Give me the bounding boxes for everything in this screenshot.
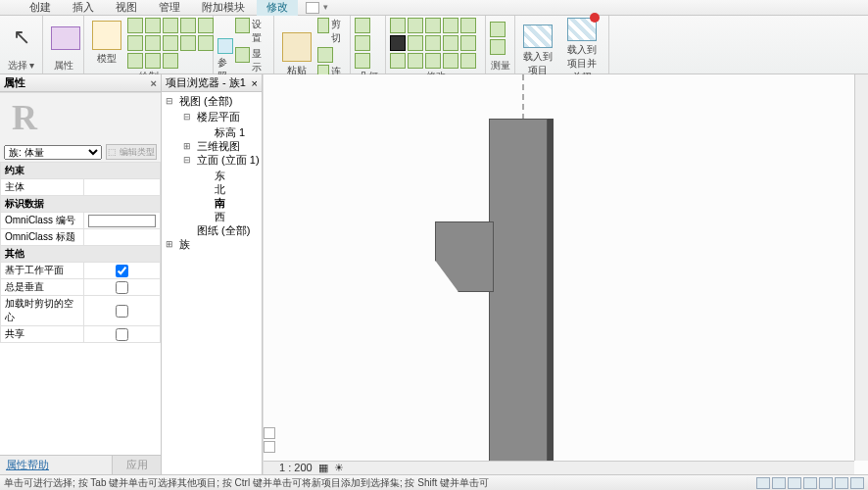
copy-icon[interactable] [317, 47, 333, 63]
draw-icon[interactable] [145, 53, 161, 69]
select-dropdown[interactable]: 选择 ▾ [8, 58, 35, 74]
table-row[interactable]: OmniClass 标题 [1, 229, 161, 246]
mod-icon[interactable] [460, 53, 476, 69]
table-row[interactable]: 总是垂直 [1, 279, 161, 296]
status-icon[interactable] [788, 477, 801, 489]
model-geometry[interactable] [489, 119, 548, 471]
model-geometry[interactable] [548, 119, 554, 471]
family-type-select[interactable]: 族: 体量 [4, 145, 102, 160]
paste-button[interactable]: 粘贴 [278, 32, 315, 77]
tree-elevations[interactable]: 立面 (立面 1) 东 北 南 西 [183, 153, 262, 223]
properties-help-link[interactable]: 属性帮助 [0, 456, 112, 474]
status-icon[interactable] [835, 477, 848, 489]
tree-floor-plans[interactable]: 楼层平面 标高 1 [183, 110, 262, 139]
tree-families[interactable]: 族 [166, 237, 262, 251]
dim-icon[interactable] [490, 39, 506, 55]
mod-icon[interactable] [408, 53, 423, 69]
mod-icon[interactable] [460, 35, 476, 51]
model-geometry[interactable] [435, 221, 494, 292]
tree-item[interactable]: 标高 1 [201, 125, 262, 139]
mod-icon[interactable] [390, 18, 406, 33]
table-row[interactable]: 主体 [1, 179, 161, 196]
view-control-icon[interactable] [264, 441, 275, 453]
cursor-icon[interactable]: ↖ [13, 24, 30, 50]
menu-view[interactable]: 视图 [106, 0, 147, 16]
close-icon[interactable]: × [252, 77, 258, 89]
circle-icon[interactable] [180, 18, 196, 33]
geom-icon[interactable] [355, 18, 370, 33]
move-icon[interactable] [390, 35, 406, 51]
set-icon[interactable] [235, 18, 250, 33]
scrollbar-horizontal[interactable]: 1 : 200▦☀ [264, 461, 854, 474]
scrollbar-vertical[interactable] [854, 74, 868, 461]
geom-icon[interactable] [355, 35, 370, 51]
tree-item-active[interactable]: 南 [201, 196, 262, 210]
menu-create[interactable]: 创建 [20, 0, 61, 16]
status-icon[interactable] [772, 477, 786, 489]
draw-icon[interactable] [198, 35, 214, 51]
table-row[interactable]: 基于工作平面 [1, 263, 161, 279]
tree-item[interactable]: 东 [201, 169, 262, 182]
tree-item[interactable]: 北 [201, 182, 262, 196]
poly-icon[interactable] [163, 18, 178, 33]
draw-icon[interactable] [145, 35, 161, 51]
tree-views[interactable]: 视图 (全部) 楼层平面 标高 1 三维视图 立面 (立面 1) 东 北 南 西 [166, 94, 262, 237]
mod-icon[interactable] [425, 18, 441, 33]
close-icon[interactable]: × [151, 77, 157, 89]
view-control-icon[interactable] [264, 427, 275, 439]
mod-icon[interactable] [390, 53, 406, 69]
mod-icon[interactable] [425, 53, 441, 69]
shared-checkbox[interactable] [116, 328, 128, 341]
mod-icon[interactable] [443, 18, 458, 33]
properties-button[interactable] [47, 26, 84, 50]
workplane-based-checkbox[interactable] [116, 265, 128, 277]
menu-insert[interactable]: 插入 [63, 0, 104, 16]
cut-voids-checkbox[interactable] [116, 305, 128, 318]
table-row[interactable]: 加载时剪切的空心 [1, 296, 161, 326]
mod-icon[interactable] [443, 53, 458, 69]
draw-icon[interactable] [163, 53, 178, 69]
drawing-canvas[interactable]: 1 : 200▦☀ [263, 74, 868, 474]
status-icon[interactable] [819, 477, 833, 489]
table-row[interactable]: OmniClass 编号 [1, 213, 161, 229]
host-field[interactable] [88, 182, 156, 193]
model-button[interactable]: 模型 [88, 21, 125, 66]
status-icon[interactable] [803, 477, 817, 489]
menu-addins[interactable]: 附加模块 [192, 0, 255, 16]
mod-icon[interactable] [460, 18, 476, 33]
view-control-icon[interactable]: ▦ [318, 462, 328, 474]
geom-icon[interactable] [355, 53, 370, 69]
cut-icon[interactable] [317, 18, 329, 33]
qat-icon[interactable] [306, 2, 319, 14]
qat-dropdown-icon[interactable]: ▾ [323, 2, 328, 14]
menu-modify[interactable]: 修改 [257, 0, 298, 16]
draw-icon[interactable] [163, 35, 178, 51]
view-control-icon[interactable]: ☀ [334, 462, 344, 474]
status-icon[interactable] [850, 477, 864, 489]
show-icon[interactable] [235, 47, 250, 63]
rect-icon[interactable] [145, 18, 161, 33]
tree-sheets[interactable]: 图纸 (全部) [183, 223, 262, 237]
view-scale[interactable]: 1 : 200 [279, 462, 313, 473]
omniclass-num-field[interactable] [88, 215, 156, 227]
tree-3d-views[interactable]: 三维视图 [183, 139, 262, 153]
mod-icon[interactable] [408, 18, 423, 33]
status-icon[interactable] [756, 477, 770, 489]
ref-icon[interactable] [217, 38, 233, 54]
mod-icon[interactable] [443, 35, 458, 51]
mod-icon[interactable] [408, 35, 423, 51]
mod-icon[interactable] [425, 35, 441, 51]
draw-icon[interactable] [127, 35, 143, 51]
arc-icon[interactable] [198, 18, 214, 33]
edit-type-button[interactable]: ⬚ 编辑类型 [106, 144, 157, 160]
menu-manage[interactable]: 管理 [149, 0, 190, 16]
line-icon[interactable] [127, 18, 143, 33]
always-vertical-checkbox[interactable] [116, 281, 128, 294]
draw-icon[interactable] [127, 53, 143, 69]
draw-icon[interactable] [180, 35, 196, 51]
load-into-project-button[interactable]: 载入到 项目 [519, 24, 556, 77]
measure-icon[interactable] [490, 22, 506, 37]
tree-item[interactable]: 西 [201, 210, 262, 223]
apply-button[interactable]: 应用 [112, 456, 161, 474]
table-row[interactable]: 共享 [1, 326, 161, 343]
